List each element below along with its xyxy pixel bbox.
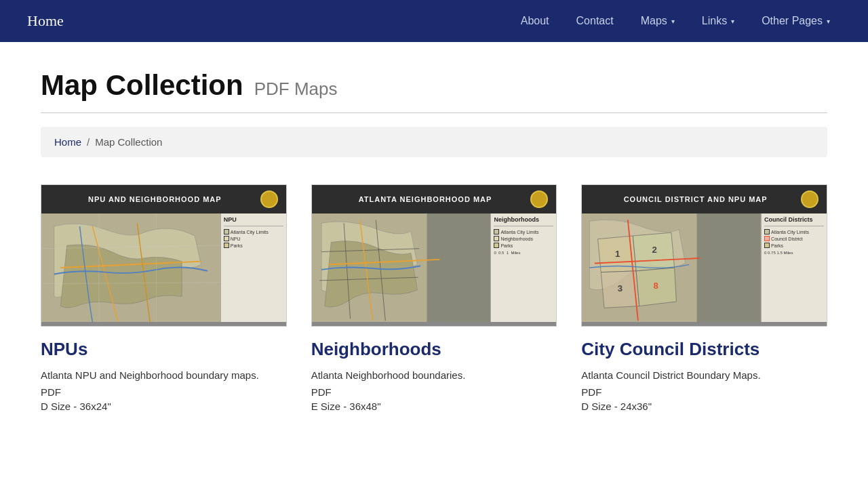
- map-card-size-npus: D Size - 36x24": [41, 401, 287, 412]
- map-thumbnail-npus[interactable]: NPU AND NEIGHBORHOOD MAP: [41, 184, 287, 327]
- map-header-city-council: COUNCIL DISTRICT AND NPU MAP: [582, 185, 827, 213]
- breadcrumb-home-link[interactable]: Home: [54, 136, 81, 148]
- map-card-npus: NPU AND NEIGHBORHOOD MAP: [41, 184, 287, 412]
- nav-link-links[interactable]: Links ▾: [691, 9, 745, 33]
- title-divider: [41, 113, 827, 113]
- map-seal-neighborhoods: [530, 190, 548, 208]
- map-grid: NPU AND NEIGHBORHOOD MAP: [41, 184, 827, 412]
- map-card-size-city-council: D Size - 24x36": [581, 401, 827, 412]
- map-seal-city-council: [801, 190, 818, 208]
- map-body-city-council: 1 2 3 8 Council Districts: [582, 213, 827, 322]
- page-title-sub: PDF Maps: [254, 79, 338, 100]
- map-card-size-neighborhoods: E Size - 36x48": [311, 401, 557, 412]
- svg-text:8: 8: [654, 281, 658, 291]
- map-main-area-city-council: 1 2 3 8: [582, 213, 761, 322]
- map-header-npus: NPU AND NEIGHBORHOOD MAP: [41, 185, 286, 213]
- nav-links-container: About Contact Maps ▾ Links ▾ Other Pages…: [510, 9, 841, 33]
- map-side-title-neighborhoods: Neighborhoods: [494, 216, 539, 223]
- map-side-title-npus: NPU: [224, 216, 237, 223]
- map-card-city-council: COUNCIL DISTRICT AND NPU MAP: [581, 184, 827, 412]
- map-card-title-neighborhoods[interactable]: Neighborhoods: [311, 339, 557, 360]
- map-card-format-city-council: PDF: [581, 386, 827, 398]
- nav-link-about[interactable]: About: [510, 9, 560, 33]
- map-card-title-city-council[interactable]: City Council Districts: [581, 339, 827, 360]
- svg-text:3: 3: [618, 283, 623, 293]
- map-card-neighborhoods: ATLANTA NEIGHBORHOOD MAP: [311, 184, 557, 412]
- map-main-area-npus: [41, 213, 220, 322]
- map-card-desc-npus: Atlanta NPU and Neighborhood boundary ma…: [41, 368, 287, 384]
- breadcrumb-separator: /: [87, 136, 90, 148]
- map-side-legend-npus: NPU Atlanta City Limits NPU Parks: [220, 213, 286, 322]
- map-main-area-neighborhoods: [312, 213, 491, 322]
- nav-link-other-pages[interactable]: Other Pages ▾: [751, 9, 841, 33]
- map-card-format-neighborhoods: PDF: [311, 386, 557, 398]
- map-side-title-city-council: Council Districts: [764, 216, 813, 223]
- main-nav: Home About Contact Maps ▾ Links ▾ Other …: [0, 0, 868, 42]
- page-title-area: Map Collection PDF Maps: [41, 69, 827, 102]
- nav-home-link[interactable]: Home: [27, 12, 64, 30]
- map-side-legend-neighborhoods: Neighborhoods Atlanta City Limits Neighb…: [490, 213, 556, 322]
- map-card-title-npus[interactable]: NPUs: [41, 339, 287, 360]
- map-side-legend-city-council: Council Districts Atlanta City Limits Co…: [761, 213, 827, 322]
- map-card-format-npus: PDF: [41, 386, 287, 398]
- map-thumbnail-neighborhoods[interactable]: ATLANTA NEIGHBORHOOD MAP: [311, 184, 557, 327]
- map-card-desc-neighborhoods: Atlanta Neighborhood boundaries.: [311, 368, 557, 384]
- map-header-title-neighborhoods: ATLANTA NEIGHBORHOOD MAP: [320, 195, 531, 203]
- map-body-npus: NPU Atlanta City Limits NPU Parks: [41, 213, 286, 322]
- maps-dropdown-arrow: ▾: [671, 18, 675, 25]
- links-dropdown-arrow: ▾: [731, 18, 734, 25]
- map-body-neighborhoods: Neighborhoods Atlanta City Limits Neighb…: [312, 213, 557, 322]
- map-header-neighborhoods: ATLANTA NEIGHBORHOOD MAP: [312, 185, 557, 213]
- breadcrumb: Home / Map Collection: [41, 127, 827, 157]
- map-seal-npus: [260, 190, 278, 208]
- svg-text:2: 2: [652, 245, 657, 255]
- nav-link-contact[interactable]: Contact: [566, 9, 625, 33]
- map-card-desc-city-council: Atlanta Council District Boundary Maps.: [581, 368, 827, 384]
- nav-link-maps[interactable]: Maps ▾: [630, 9, 686, 33]
- map-thumbnail-city-council[interactable]: COUNCIL DISTRICT AND NPU MAP: [581, 184, 827, 327]
- map-header-title-npus: NPU AND NEIGHBORHOOD MAP: [50, 195, 260, 203]
- svg-text:1: 1: [615, 249, 620, 259]
- page-title-main: Map Collection: [41, 69, 243, 102]
- breadcrumb-current: Map Collection: [95, 136, 162, 148]
- other-pages-dropdown-arrow: ▾: [827, 18, 830, 25]
- map-header-title-city-council: COUNCIL DISTRICT AND NPU MAP: [590, 195, 801, 203]
- page-content: Map Collection PDF Maps Home / Map Colle…: [14, 42, 854, 453]
